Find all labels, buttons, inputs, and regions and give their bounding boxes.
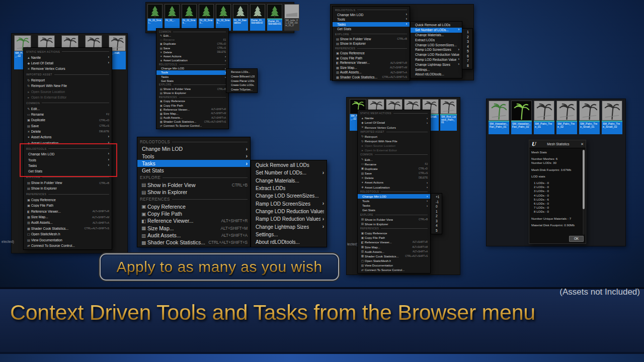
asset-thumbnail-sm-palm-tree-small-02[interactable]: SM_Palm_Tree_Small_02 [602,101,622,134]
asset-thumbnail-poplar-01-standalone1[interactable]: Poplar_01_Standalone1 [267,4,282,31]
menu-item-copy-file-path[interactable]: ▣Copy File Path [137,210,250,217]
menu-item-copy-reference[interactable]: ▣Copy Reference [333,51,410,56]
asset-thumbnail-sm-palm-tree-small-01[interactable]: SM_Palm_Tree_Small_01 [579,101,600,134]
menu-item-nanite[interactable]: ▲Nanite› [358,116,430,120]
menu-item-open-source-location[interactable]: ▸Open Source Location [358,143,430,148]
menu-item-extract-lods[interactable]: Extract LODs [251,185,327,192]
menu-item-rename[interactable]: ▭RenameF2 [156,38,228,42]
menu-item-show-in-folder-view[interactable]: ▤Show in Folder ViewCTRL+B [24,180,112,186]
asset-thumbnail-fir-02-small[interactable]: Fir_02_Small... [199,4,214,31]
menu-item-open-staticmesh-h[interactable]: ▢Open StaticMesh.h [358,258,430,263]
menu-item-ramp-lod-reduction-values[interactable]: Ramp LOD Reduction Values› [251,215,327,223]
menu-item-tools[interactable]: Tools› [137,153,250,160]
menu-item-2[interactable]: 2 [431,214,442,219]
menu-item-connect-to-source-control[interactable]: ⇄Connect To Source Control... [358,267,430,272]
menu-item-asset-actions[interactable]: ✦Asset Actions› [358,180,430,185]
menu-item-copy-file-path[interactable]: ▣Copy File Path [333,55,410,60]
menu-item-show-in-explorer[interactable]: ▤Show in Explorer [156,91,228,95]
menu-item-audit-assets[interactable]: ▥Audit Assets...ALT+SHIFT+A [333,70,410,75]
menu-item-settings[interactable]: Settings... [251,231,327,238]
menu-item-quick-remove-all-lods[interactable]: Quick Remove all LODs [251,161,327,169]
asset-thumbnail-sm-palm-tree-02[interactable]: SM_Palm_Tree_02 [556,101,577,134]
menu-item-asset-actions[interactable]: ✦Asset Actions› [24,134,112,140]
menu-item-4[interactable]: 4 [431,223,442,228]
menu-item-connect-to-source-control[interactable]: ⇄Connect To Source Control... [24,243,112,248]
menu-item-create-planar-lods[interactable]: Create Planar LODs... [226,78,257,83]
menu-item-show-in-folder-view[interactable]: ▤Show in Folder ViewCTRL+B [358,217,430,222]
menu-item-remove-vertex-colors[interactable]: ✕Remove Vertex Colors [24,66,112,71]
menu-item-shader-cook-statistics[interactable]: ▩Shader Cook Statistics...CTRL+ALT+SHIFT… [333,75,410,80]
menu-item-nanite[interactable]: ▲Nanite› [24,54,112,60]
menu-item-audit-assets[interactable]: ▥Audit Assets...ALT+SHIFT+A [358,249,430,254]
mesh-statistics-titlebar[interactable]: U Mesh Statistics ✕ [529,140,586,148]
menu-item-tasks[interactable]: Tasks› [156,75,228,79]
menu-item-show-in-folder-view[interactable]: ▤Show in Folder ViewCTRL+B [137,182,250,189]
menu-item-show-in-explorer[interactable]: ▤Show in Explorer [137,189,250,196]
menu-item-get-stats[interactable]: Get Stats [358,208,430,212]
menu-item-delete[interactable]: ✕DeleteDELETE [358,175,430,180]
menu-item-reference-viewer[interactable]: ◧Reference Viewer...ALT+SHIFT+R [358,240,430,244]
menu-item-ramp-lod-screensizes[interactable]: Ramp LOD ScreenSizes› [411,47,462,52]
menu-item-audit-assets[interactable]: ▥Audit Assets...ALT+SHIFT+A [24,220,112,225]
menu-item-1[interactable]: -1 [431,200,442,205]
menu-item-create-billboard-lods[interactable]: Create Billboard LODs... [226,74,257,79]
menu-item-5[interactable]: 5 [462,49,472,54]
menu-item-show-in-explorer[interactable]: ▤Show in Explorer [358,222,430,226]
menu-item-3[interactable]: 3 [462,39,472,44]
menu-item-5[interactable]: 5 [431,228,442,233]
menu-item-shader-cook-statistics[interactable]: ▩Shader Cook Statistics...CTRL+ALT+SHIFT… [137,239,250,246]
menu-item-reimport-with-new-file[interactable]: ↻Reimport With New File [24,83,112,88]
menu-item-change-lod-reduction-values[interactable]: Change LOD Reduction Values... [411,52,462,57]
menu-item-view-documentation[interactable]: ▤View Documentation [24,237,112,242]
menu-item-change-lod-screensizes[interactable]: Change LOD ScreenSizes... [251,192,327,200]
menu-item-edit[interactable]: ✎Edit... [358,157,430,162]
menu-item-6[interactable]: 6 [462,54,472,59]
asset-thumbnail-poplar-01-standalone[interactable]: Poplar_01_Standalone [250,4,265,31]
menu-item-shader-cook-statistics[interactable]: ▩Shader Cook Statistics...CTRL+ALT+SHIFT… [156,120,228,124]
ok-button[interactable]: OK [569,236,584,242]
menu-item-tools[interactable]: Tools› [358,199,430,203]
menu-item-change-min-lod[interactable]: Change Min LOD› [137,145,250,152]
menu-item-create-cubic-lods[interactable]: Create Cubic LODs... [226,83,257,87]
menu-item-1[interactable]: 1 [462,30,472,35]
menu-item-open-in-external-editor[interactable]: ▸Open In External Editor [24,95,112,100]
menu-item-level-of-detail[interactable]: ◆Level Of Detail› [24,60,112,66]
menu-item-save[interactable]: ▤SaveCTRL+S [156,46,228,50]
menu-item-tools[interactable]: Tools› [333,17,410,22]
menu-item-audit-assets[interactable]: ▥Audit Assets...ALT+SHIFT+A [156,116,228,120]
asset-thumbnail-fir-02-smal[interactable]: Fir_02_Smal... [147,4,163,31]
menu-item-rename[interactable]: ▭RenameF2 [358,162,430,166]
menu-item-reference-viewer[interactable]: ◧Reference Viewer...ALT+SHIFT+R [24,209,112,214]
menu-item-duplicate[interactable]: ▣DuplicateCTRL+D [156,42,228,46]
menu-item-change-materials[interactable]: Change Materials... [411,33,462,38]
menu-item-edit[interactable]: ✎Edit... [156,34,228,38]
menu-item-change-lightmap-sizes[interactable]: Change Lightmap Sizes› [411,62,462,67]
menu-item-change-materials[interactable]: Change Materials... [251,177,327,185]
menu-item-copy-reference[interactable]: ▣Copy Reference [137,203,250,210]
menu-item-save[interactable]: ▤SaveCTRL+S [24,123,112,128]
menu-item-remove-lods[interactable]: Remove LODs... [226,70,257,74]
menu-item-ramp-lod-reduction-values[interactable]: Ramp LOD Reduction Values› [411,57,462,62]
menu-item-open-in-external-editor[interactable]: ▸Open In External Editor [358,148,430,152]
menu-item-4[interactable]: 4 [462,44,472,49]
menu-item-copy-file-path[interactable]: ▣Copy File Path [156,104,228,108]
menu-item-reimport-with-new-file[interactable]: ↻Reimport With New File [358,139,430,143]
menu-item-reimport[interactable]: ↻Reimport [24,77,112,83]
menu-item-3[interactable]: 3 [431,219,442,224]
menu-item-set-number-of-lods[interactable]: Set Number of LODs...› [251,169,327,176]
menu-item-tasks[interactable]: Tasks› [333,22,410,27]
close-icon[interactable]: ✕ [581,142,584,146]
menu-item-tools[interactable]: Tools› [156,70,228,74]
menu-item-settings[interactable]: Settings... [411,67,462,72]
menu-item-7[interactable]: 7 [462,58,472,63]
menu-item-asset-actions[interactable]: ✦Asset Actions› [156,54,228,58]
menu-item-size-map[interactable]: ▦Size Map...ALT+SHIFT+M [137,225,250,232]
asset-thumbnail-fir-02-small[interactable]: Fir_02_Small... [182,4,197,31]
menu-item-delete[interactable]: ✕DeleteDELETE [24,129,112,134]
menu-item-size-map[interactable]: ▦Size Map...ALT+SHIFT+M [24,214,112,220]
menu-item-create-trisprites[interactable]: Create TriSprites... [226,87,257,92]
menu-item-get-stats[interactable]: Get Stats [156,79,228,83]
menu-item-ramp-lod-screensizes[interactable]: Ramp LOD ScreenSizes› [251,200,327,207]
scrollbar[interactable] [583,150,585,235]
menu-item-change-lightmap-sizes[interactable]: Change Lightmap Sizes› [251,223,327,230]
